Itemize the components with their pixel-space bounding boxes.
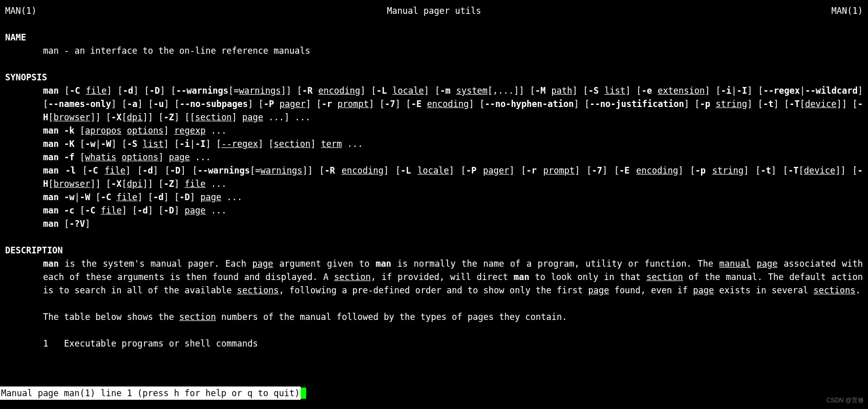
synopsis-l: man -l [-C file] [-d] [-D] [--warnings[=…	[0, 164, 868, 190]
section-description-title: DESCRIPTION	[0, 244, 868, 257]
synopsis-main: man [-C file] [-d] [-D] [--warnings[=war…	[0, 84, 868, 124]
synopsis-k: man -k [apropos options] regexp ...	[0, 124, 868, 137]
name-text: man - an interface to the on-line refere…	[0, 44, 868, 57]
synopsis-f: man -f [whatis options] page ...	[0, 150, 868, 164]
pager-status-line: Manual page man(1) line 1 (press h for h…	[0, 386, 306, 400]
description-para2: The table below shows the section number…	[0, 310, 868, 324]
header-left: MAN(1)	[5, 4, 36, 17]
header-right: MAN(1)	[832, 4, 863, 17]
section-name-title: NAME	[0, 31, 868, 44]
section-synopsis-title: SYNOPSIS	[0, 71, 868, 84]
synopsis-c: man -c [-C file] [-d] [-D] page ...	[0, 204, 868, 217]
watermark: CSDN @宜修	[826, 394, 864, 407]
cursor-block	[301, 388, 306, 399]
section-table-row-1: 1 Executable programs or shell commands	[0, 337, 868, 350]
man-page-terminal[interactable]: MAN(1) Manual pager utils MAN(1) NAME ma…	[0, 0, 868, 409]
description-para1: man is the system's manual pager. Each p…	[0, 257, 868, 297]
synopsis-wW: man -w|-W [-C file] [-d] [-D] page ...	[0, 190, 868, 204]
synopsis-K: man -K [-w|-W] [-S list] [-i|-I] [--rege…	[0, 137, 868, 150]
header-center: Manual pager utils	[387, 4, 481, 17]
pager-status-text: Manual page man(1) line 1 (press h for h…	[0, 386, 301, 400]
man-header: MAN(1) Manual pager utils MAN(1)	[0, 0, 868, 17]
synopsis-qv: man [-?V]	[0, 217, 868, 230]
